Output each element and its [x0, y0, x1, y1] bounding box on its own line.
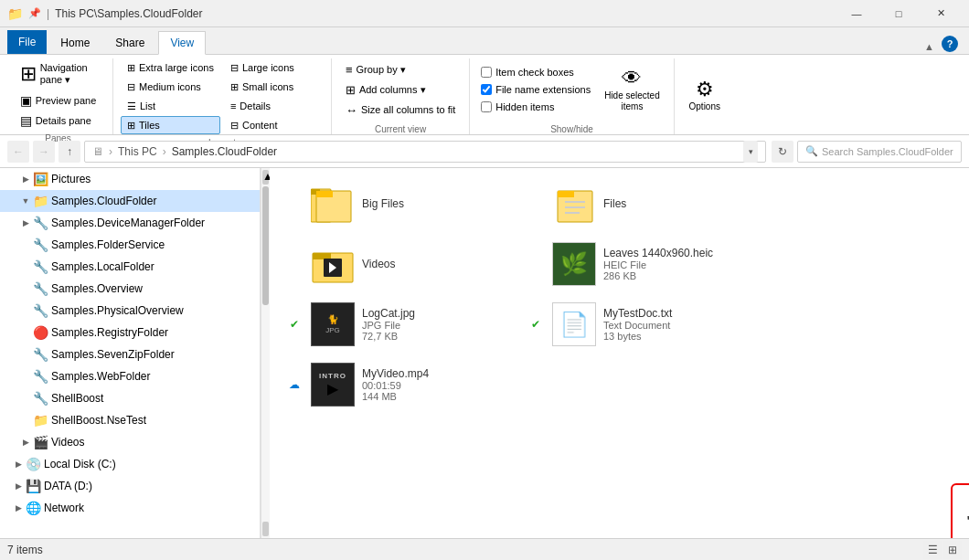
data-drive-icon: 💾 — [26, 479, 40, 493]
scroll-down-arrow[interactable] — [262, 522, 269, 536]
expand-icon[interactable] — [18, 369, 33, 384]
sidebar-item-device-manager[interactable]: ▶ 🔧 Samples.DeviceManagerFolder — [0, 212, 260, 234]
myvideo-tile[interactable]: ☁ INTRO ▶ MyVideo.mp4 00:01:59 144 MB — [277, 356, 515, 413]
sidebar-item-data[interactable]: ▶ 💾 DATA (D:) — [0, 475, 260, 497]
expand-icon[interactable]: ▼ — [18, 194, 33, 208]
expand-icon[interactable]: ▶ — [18, 172, 33, 186]
refresh-button[interactable]: ↻ — [772, 141, 793, 163]
expand-icon[interactable] — [18, 325, 33, 340]
expand-icon[interactable] — [18, 347, 33, 362]
leaves-tile[interactable]: 🌿 Leaves 1440x960.heic HEIC File 286 KB — [518, 236, 756, 292]
sidebar-item-sevenzipfolder[interactable]: 🔧 Samples.SevenZipFolder — [0, 343, 260, 365]
details-btn[interactable]: ≡ Details — [224, 97, 324, 115]
preview-pane-icon: ▣ — [20, 93, 32, 108]
forward-button[interactable]: → — [33, 141, 55, 163]
ribbon-collapse-icon[interactable]: ▲ — [924, 41, 934, 52]
list-btn[interactable]: ☰ List — [121, 97, 220, 115]
tab-home[interactable]: Home — [48, 30, 101, 54]
tab-view[interactable]: View — [158, 31, 206, 55]
sidebar-item-network[interactable]: ▶ 🌐 Network — [0, 497, 260, 519]
expand-icon[interactable]: ▶ — [11, 457, 26, 471]
sidebar-item-videos[interactable]: ▶ 🎬 Videos — [0, 431, 260, 453]
expand-icon[interactable] — [18, 281, 33, 296]
big-files-tile[interactable]: Big Files — [277, 175, 515, 232]
sidebar-scrollbar[interactable]: ▲ — [261, 168, 270, 538]
callout-text: The "Status"column is availablewith all … — [965, 495, 969, 538]
search-bar[interactable]: 🔍 Search Samples.CloudFolder — [797, 141, 962, 163]
add-columns-btn[interactable]: ⊞ Add columns ▾ — [339, 80, 432, 99]
options-button[interactable]: ⚙ Options — [682, 68, 728, 122]
details-view-icon[interactable]: ☰ — [923, 541, 942, 559]
breadcrumb-current[interactable]: Samples.CloudFolder — [172, 145, 277, 158]
testdoc-icon: 📄 — [552, 302, 596, 346]
sidebar-item-pictures[interactable]: ▶ 🖼️ Pictures — [0, 168, 260, 190]
network-icon: 🌐 — [26, 501, 40, 515]
logcat-tile[interactable]: ✔ 🐈JPG LogCat.jpg JPG File 72,7 KB — [277, 296, 515, 353]
title-separator: | — [47, 7, 49, 20]
expand-icon[interactable] — [18, 413, 33, 428]
big-files-name: Big Files — [362, 197, 506, 210]
minimize-button[interactable]: — — [836, 0, 878, 27]
shellboost-icon: 🔧 — [33, 391, 48, 406]
back-button[interactable]: ← — [7, 141, 29, 163]
tiles-btn[interactable]: ⊞ Tiles — [121, 116, 220, 134]
sidebar-item-folder-service[interactable]: 🔧 Samples.FolderService — [0, 234, 260, 256]
expand-icon[interactable] — [18, 391, 33, 406]
sidebar-item-overview[interactable]: 🔧 Samples.Overview — [0, 278, 260, 300]
details-pane-button[interactable]: ▤ Details pane — [14, 111, 98, 130]
tab-share[interactable]: Share — [103, 30, 156, 54]
expand-icon[interactable] — [18, 259, 33, 274]
leaves-icon: 🌿 — [552, 242, 596, 286]
files-tile[interactable]: Files — [518, 175, 756, 232]
hide-selected-icon: 👁 — [622, 67, 642, 90]
sidebar-label-local-disk: Local Disk (C:) — [44, 458, 116, 470]
hidden-items-checkbox[interactable]: Hidden items — [477, 100, 594, 114]
expand-icon[interactable]: ▶ — [18, 435, 33, 449]
nsetest-icon: 📁 — [33, 413, 48, 428]
sidebar-item-nsetest[interactable]: 📁 ShellBoost.NseTest — [0, 409, 260, 431]
content-btn[interactable]: ⊟ Content — [224, 116, 324, 134]
scroll-up-arrow[interactable]: ▲ — [262, 170, 269, 185]
sidebar-label-overview: Samples.Overview — [51, 282, 143, 295]
sidebar-item-registry[interactable]: 🔴 Samples.RegistryFolder — [0, 322, 260, 343]
overview-icon: 🔧 — [33, 281, 48, 296]
content-row-3: ✔ 🐈JPG LogCat.jpg JPG File 72,7 KB ✔ — [277, 296, 962, 353]
expand-icon[interactable] — [18, 303, 33, 318]
sidebar-item-shellboost[interactable]: 🔧 ShellBoost — [0, 387, 260, 409]
sidebar-item-samples-cloud[interactable]: ▼ 📁 Samples.CloudFolder — [0, 190, 260, 212]
expand-icon[interactable] — [18, 238, 33, 252]
local-folder-icon: 🔧 — [33, 259, 48, 274]
leaves-meta2: 286 KB — [603, 270, 748, 281]
leaves-info: Leaves 1440x960.heic HEIC File 286 KB — [603, 247, 748, 281]
group-by-btn[interactable]: ≡ Group by ▾ — [339, 60, 412, 79]
scroll-thumb[interactable] — [262, 186, 269, 305]
medium-icons-btn[interactable]: ⊟ Medium icons — [121, 78, 220, 96]
maximize-button[interactable]: □ — [878, 0, 920, 27]
navigation-pane-button[interactable]: ⊞ Navigation pane ▾ — [14, 58, 103, 90]
sidebar-label-videos: Videos — [51, 436, 84, 449]
large-icons-btn[interactable]: ⊟ Large icons — [224, 58, 324, 77]
leaves-meta1: HEIC File — [603, 259, 748, 270]
address-bar[interactable]: 🖥 › This PC › Samples.CloudFolder ▾ — [84, 141, 766, 163]
preview-pane-button[interactable]: ▣ Preview pane — [14, 91, 103, 110]
item-check-boxes-checkbox[interactable]: Item check boxes — [477, 65, 594, 79]
hide-selected-items-button[interactable]: 👁 Hide selecteditems — [598, 62, 666, 117]
sidebar-item-local-disk[interactable]: ▶ 💿 Local Disk (C:) — [0, 453, 260, 475]
tab-file[interactable]: File — [7, 30, 47, 54]
extra-large-icons-btn[interactable]: ⊞ Extra large icons — [121, 58, 220, 77]
sidebar-item-physical-overview[interactable]: 🔧 Samples.PhysicalOverview — [0, 300, 260, 322]
testdoc-tile[interactable]: ✔ 📄 MyTestDoc.txt Text Document 13 bytes — [518, 296, 756, 353]
expand-icon[interactable]: ▶ — [18, 216, 33, 230]
sidebar-item-local-folder[interactable]: 🔧 Samples.LocalFolder — [0, 256, 260, 278]
expand-icon[interactable]: ▶ — [11, 479, 26, 493]
small-icons-btn[interactable]: ⊞ Small icons — [224, 78, 324, 96]
expand-icon[interactable]: ▶ — [11, 501, 26, 515]
breadcrumb-this-pc[interactable]: This PC — [118, 145, 157, 158]
videos-folder-tile[interactable]: Videos — [277, 236, 515, 292]
size-all-columns-btn[interactable]: ↔ Size all columns to fit — [339, 100, 462, 119]
sidebar-item-web-folder[interactable]: 🔧 Samples.WebFolder — [0, 365, 260, 387]
web-folder-icon: 🔧 — [33, 369, 48, 384]
up-button[interactable]: ↑ — [59, 141, 80, 163]
file-name-extensions-checkbox[interactable]: File name extensions — [477, 82, 594, 97]
address-dropdown-button[interactable]: ▾ — [743, 141, 758, 163]
